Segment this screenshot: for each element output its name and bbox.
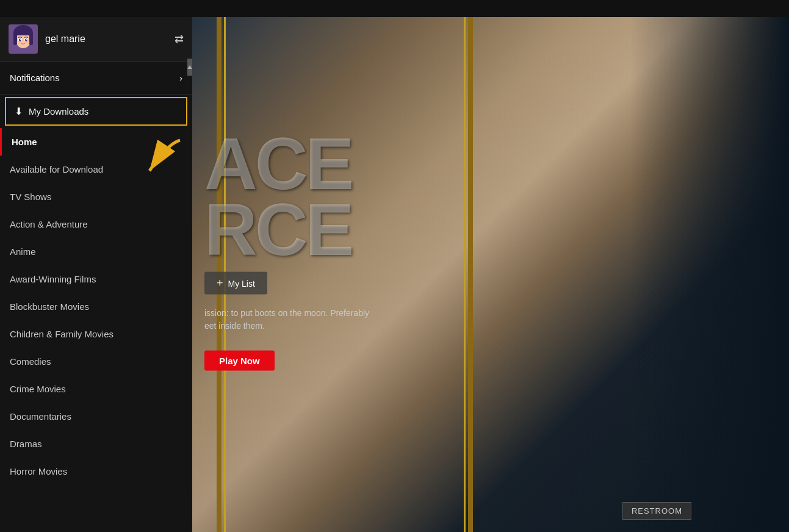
nav-label-action-adventure: Action & Adventure (10, 219, 88, 229)
main-content: ACERCE + My List ission: to put boots on… (192, 17, 789, 532)
movie-title: ACERCE (204, 131, 369, 262)
movie-description: ission: to put boots on the moon. Prefer… (204, 307, 369, 332)
notifications-item[interactable]: Notifications › (0, 62, 192, 95)
my-downloads-item[interactable]: ⬇ My Downloads (5, 97, 187, 126)
sidebar: gel marie ⇄ Notifications › ⬇ My Downloa… (0, 17, 192, 532)
my-list-button[interactable]: + My List (204, 272, 267, 295)
scroll-up-button[interactable] (187, 59, 192, 76)
nav-label-anime: Anime (10, 246, 36, 257)
figure-right (630, 17, 789, 532)
nav-list: Home Available for Download TV Shows Act… (0, 128, 192, 532)
download-icon: ⬇ (15, 106, 23, 117)
sidebar-item-available-download[interactable]: Available for Download (0, 156, 192, 183)
svg-point-11 (16, 41, 20, 43)
movie-title-area: ACERCE + My List ission: to put boots on… (192, 131, 381, 371)
sidebar-item-crime[interactable]: Crime Movies (0, 375, 192, 403)
sidebar-item-dramas[interactable]: Dramas (0, 430, 192, 458)
notifications-label: Notifications (10, 73, 60, 83)
switch-profile-icon[interactable]: ⇄ (175, 32, 184, 46)
my-downloads-label: My Downloads (29, 106, 88, 117)
nav-label-available-download: Available for Download (10, 164, 103, 174)
restroom-sign: RESTROOM (622, 502, 691, 520)
avatar-image (9, 24, 38, 54)
play-now-button[interactable]: Play Now (204, 351, 275, 371)
sidebar-item-blockbuster[interactable]: Blockbuster Movies (0, 293, 192, 320)
nav-label-children-family: Children & Family Movies (10, 329, 113, 339)
avatar[interactable] (9, 24, 38, 54)
sidebar-item-action-adventure[interactable]: Action & Adventure (0, 210, 192, 238)
sidebar-item-anime[interactable]: Anime (0, 238, 192, 265)
sidebar-item-comedies[interactable]: Comedies (0, 348, 192, 375)
hero-image: ACERCE + My List ission: to put boots on… (192, 17, 789, 532)
nav-label-blockbuster: Blockbuster Movies (10, 301, 89, 312)
nav-label-award-winning: Award-Winning Films (10, 274, 96, 284)
sidebar-item-award-winning[interactable]: Award-Winning Films (0, 265, 192, 293)
chevron-right-icon: › (179, 73, 182, 83)
nav-label-dramas: Dramas (10, 439, 42, 449)
play-now-label: Play Now (219, 356, 260, 366)
plus-icon: + (217, 277, 223, 290)
sidebar-item-horror[interactable]: Horror Movies (0, 458, 192, 485)
user-header: gel marie ⇄ (0, 17, 192, 62)
svg-point-10 (26, 39, 27, 40)
sidebar-item-documentaries[interactable]: Documentaries (0, 403, 192, 430)
nav-label-documentaries: Documentaries (10, 411, 71, 422)
restroom-text: RESTROOM (632, 506, 682, 516)
top-bar (0, 0, 789, 17)
nav-label-horror: Horror Movies (10, 466, 67, 476)
nav-label-tv-shows: TV Shows (10, 192, 51, 202)
sidebar-item-tv-shows[interactable]: TV Shows (0, 183, 192, 210)
svg-point-9 (20, 39, 21, 40)
nav-label-crime: Crime Movies (10, 384, 66, 394)
sidebar-item-home[interactable]: Home (0, 128, 192, 156)
svg-point-7 (19, 38, 21, 41)
nav-label-home: Home (12, 137, 37, 147)
nav-label-comedies: Comedies (10, 356, 51, 367)
username-label: gel marie (45, 34, 175, 45)
svg-point-8 (25, 38, 27, 41)
sidebar-item-children-family[interactable]: Children & Family Movies (0, 320, 192, 348)
svg-point-12 (26, 41, 30, 43)
my-list-label: My List (228, 278, 255, 288)
